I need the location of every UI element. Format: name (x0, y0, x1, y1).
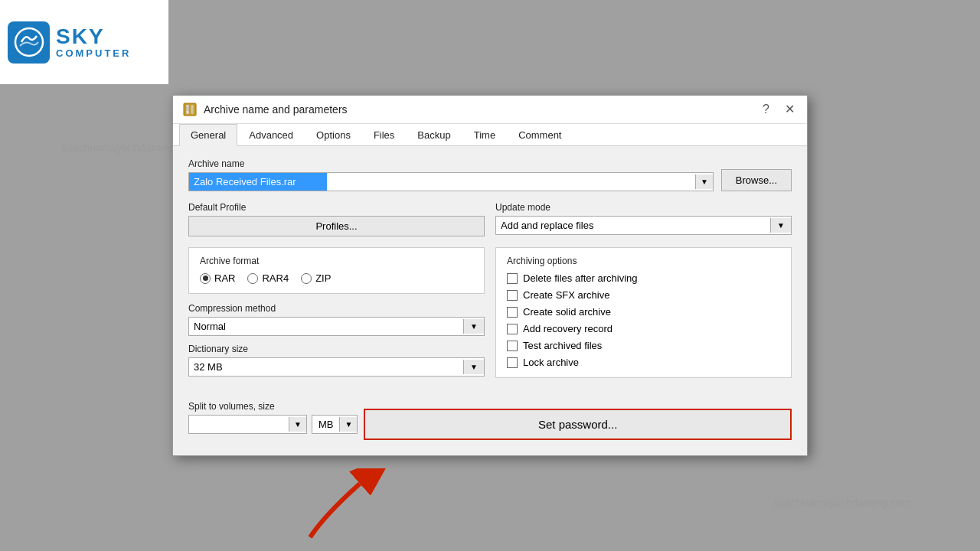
checkbox-create-sfx[interactable]: Create SFX archive (507, 289, 780, 301)
dictionary-arrow[interactable]: ▼ (463, 360, 484, 374)
compression-field: Compression method Normal ▼ (188, 303, 485, 336)
checkbox-test-archived-box (507, 341, 518, 351)
sky-logo: SKY COMPUTER (0, 0, 168, 84)
help-button[interactable]: ? (760, 103, 773, 116)
checkbox-lock-archive-label: Lock archive (523, 357, 579, 368)
set-password-button[interactable]: Set password... (364, 409, 792, 440)
archive-dialog: Archive name and parameters ? ✕ General … (172, 95, 808, 456)
update-mode-arrow[interactable]: ▼ (770, 218, 791, 233)
tab-advanced[interactable]: Advanced (237, 124, 305, 146)
checkbox-test-archived[interactable]: Test archived files (507, 340, 780, 351)
radio-rar-circle (200, 273, 211, 284)
svg-point-0 (15, 28, 43, 56)
compression-value: Normal (189, 318, 463, 335)
archiving-options-label: Archiving options (507, 256, 780, 266)
checkbox-test-archived-label: Test archived files (523, 340, 602, 351)
checkbox-delete-files-box (507, 273, 518, 284)
archive-name-dropdown[interactable]: ▼ (695, 174, 713, 189)
radio-rar4-circle (247, 273, 258, 284)
archive-format-label: Archive format (200, 256, 473, 266)
dictionary-label: Dictionary size (188, 344, 485, 354)
radio-zip-circle (301, 273, 312, 284)
default-profile-col: Default Profile Profiles... (188, 202, 485, 236)
radio-rar4[interactable]: RAR4 (247, 272, 289, 284)
split-volume-input[interactable] (189, 416, 289, 433)
checkbox-create-sfx-box (507, 290, 518, 301)
checkbox-add-recovery-box (507, 324, 518, 334)
tab-comment[interactable]: Comment (507, 124, 573, 146)
split-input-arrow[interactable]: ▼ (289, 417, 306, 432)
split-input-wrap: ▼ (188, 415, 307, 434)
format-options-left: Archive format RAR RAR4 ZIP (188, 247, 485, 384)
archive-format-radios: RAR RAR4 ZIP (200, 272, 473, 284)
archive-name-suffix (327, 179, 695, 185)
title-bar: Archive name and parameters ? ✕ (173, 96, 807, 124)
svg-rect-1 (184, 103, 196, 116)
radio-rar4-label: RAR4 (262, 272, 289, 284)
archive-format-box: Archive format RAR RAR4 ZIP (188, 247, 485, 294)
checkbox-delete-files-label: Delete files after archiving (523, 272, 638, 284)
tab-time[interactable]: Time (462, 124, 507, 146)
title-bar-controls: ? ✕ (760, 103, 798, 116)
profiles-button[interactable]: Profiles... (188, 216, 485, 236)
tab-bar: General Advanced Options Files Backup Ti… (173, 124, 807, 146)
red-arrow-annotation (295, 468, 387, 545)
checkbox-create-solid-box (507, 307, 518, 318)
compression-arrow[interactable]: ▼ (463, 319, 484, 334)
archive-name-field: Archive name ▼ (188, 158, 714, 191)
close-button[interactable]: ✕ (782, 103, 798, 116)
winrar-icon (182, 102, 198, 117)
update-mode-value: Add and replace files (496, 217, 770, 234)
update-mode-select[interactable]: Add and replace files ▼ (495, 216, 792, 235)
archive-name-section: Archive name ▼ Browse... (188, 158, 792, 191)
browse-button[interactable]: Browse... (721, 169, 792, 191)
archive-name-label: Archive name (188, 158, 714, 169)
checkbox-create-solid[interactable]: Create solid archive (507, 306, 780, 318)
logo-icon (8, 21, 50, 64)
tab-general[interactable]: General (179, 124, 237, 146)
radio-rar-label: RAR (214, 272, 235, 284)
radio-rar[interactable]: RAR (200, 272, 235, 284)
radio-zip[interactable]: ZIP (301, 272, 331, 284)
checkbox-add-recovery-label: Add recovery record (523, 323, 612, 334)
split-volumes-label: Split to volumes, size (188, 401, 358, 412)
checkbox-create-solid-label: Create solid archive (523, 306, 611, 318)
format-options-row: Archive format RAR RAR4 ZIP (188, 247, 792, 384)
checkbox-add-recovery[interactable]: Add recovery record (507, 323, 780, 334)
radio-zip-label: ZIP (315, 272, 331, 284)
title-bar-left: Archive name and parameters (182, 102, 348, 117)
dictionary-dropdown[interactable]: 32 MB ▼ (188, 357, 485, 377)
checkbox-create-sfx-label: Create SFX archive (523, 289, 609, 301)
bottom-row: Split to volumes, size ▼ MB ▼ Set passwo… (188, 395, 792, 440)
tab-options[interactable]: Options (305, 124, 362, 146)
archiving-options-box: Archiving options Delete files after arc… (495, 247, 792, 378)
watermark-bottom: suachuamaytinhdanang.com (774, 497, 911, 509)
logo-text: SKY COMPUTER (56, 26, 131, 59)
dialog-title: Archive name and parameters (204, 103, 348, 116)
compression-label: Compression method (188, 303, 485, 314)
checkbox-lock-archive[interactable]: Lock archive (507, 357, 780, 368)
archiving-options-col: Archiving options Delete files after arc… (495, 247, 792, 384)
unit-select[interactable]: MB ▼ (312, 415, 358, 434)
logo-computer: COMPUTER (56, 47, 131, 59)
checkbox-lock-archive-box (507, 357, 518, 368)
svg-rect-3 (191, 105, 194, 114)
split-volumes-section: Split to volumes, size ▼ MB ▼ (188, 401, 358, 434)
default-profile-label: Default Profile (188, 202, 485, 213)
unit-value: MB (312, 416, 340, 433)
logo-sky: SKY (56, 26, 131, 47)
tab-files[interactable]: Files (362, 124, 406, 146)
compression-dropdown[interactable]: Normal ▼ (188, 317, 485, 336)
archive-name-input[interactable] (189, 173, 327, 191)
unit-arrow[interactable]: ▼ (339, 417, 357, 432)
svg-rect-2 (186, 105, 189, 114)
dictionary-field: Dictionary size 32 MB ▼ (188, 344, 485, 377)
update-mode-label: Update mode (495, 202, 792, 213)
profile-update-row: Default Profile Profiles... Update mode … (188, 202, 792, 236)
update-mode-col: Update mode Add and replace files ▼ (495, 202, 792, 236)
checkbox-delete-files[interactable]: Delete files after archiving (507, 272, 780, 284)
tab-backup[interactable]: Backup (406, 124, 462, 146)
dialog-content: Archive name ▼ Browse... Default Profile… (173, 146, 807, 455)
archive-name-input-row: ▼ (188, 172, 714, 191)
dictionary-value: 32 MB (189, 358, 463, 376)
